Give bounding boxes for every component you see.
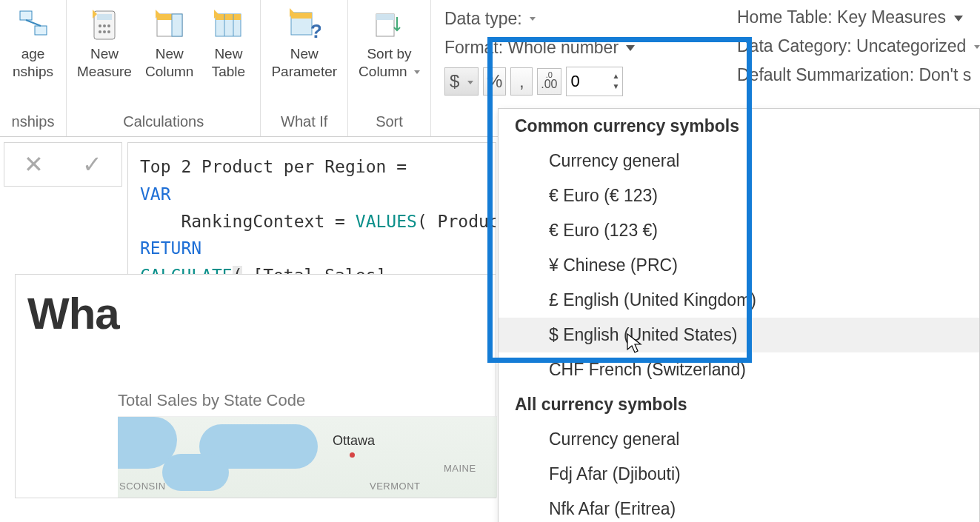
currency-option[interactable]: CHF French (Switzerland) xyxy=(499,352,979,387)
currency-option[interactable]: $ English (United States) xyxy=(499,318,979,352)
currency-option[interactable]: Fdj Afar (Djibouti) xyxy=(499,457,979,492)
sort-icon xyxy=(371,7,407,42)
svg-rect-15 xyxy=(216,14,241,20)
report-canvas[interactable]: Wha Total Sales by State Code Ottawa MAI… xyxy=(15,274,496,498)
sort-by-column-button[interactable]: Sort byColumn xyxy=(354,4,424,84)
currency-option[interactable]: Currency general xyxy=(499,144,979,178)
new-parameter-button[interactable]: ? NewParameter xyxy=(267,4,341,84)
data-category-row[interactable]: Data Category: Uncategorized xyxy=(737,36,980,56)
currency-option[interactable]: ¥ Chinese (PRC) xyxy=(499,248,979,283)
svg-rect-1 xyxy=(35,26,47,35)
dropdown-header-all: All currency symbols xyxy=(499,387,979,422)
home-table-row[interactable]: Home Table: Key Measures xyxy=(737,7,980,27)
cancel-icon[interactable]: ✕ xyxy=(24,150,44,178)
chevron-down-icon xyxy=(467,81,473,84)
chevron-down-icon xyxy=(626,45,635,51)
page-title: Wha xyxy=(16,288,496,339)
ribbon-group-whatif: ? NewParameter What If xyxy=(261,0,348,136)
spin-down[interactable]: ▼ xyxy=(610,81,623,92)
ribbon-group-sort: Sort byColumn Sort xyxy=(348,0,431,136)
manage-relationships-button[interactable]: agenships xyxy=(7,4,59,84)
chevron-down-icon xyxy=(530,17,536,21)
svg-rect-4 xyxy=(97,14,112,20)
spin-up[interactable]: ▲ xyxy=(610,71,623,81)
group-label-calculations: Calculations xyxy=(123,113,204,133)
ribbon-group-relationships: agenships nships xyxy=(0,0,67,136)
relationships-icon xyxy=(16,7,51,42)
format-label: Format: Whole number xyxy=(444,38,619,58)
ribbon-group-calculations: NewMeasure NewColumn NewTable Calculatio… xyxy=(67,0,261,136)
svg-line-2 xyxy=(26,20,41,26)
currency-option[interactable]: Currency general xyxy=(499,422,979,457)
percent-format-button[interactable]: % xyxy=(483,67,506,96)
table-icon xyxy=(210,7,246,42)
currency-option[interactable]: Nfk Afar (Eritrea) xyxy=(499,492,979,522)
currency-dropdown[interactable]: Common currency symbols Currency general… xyxy=(498,108,980,522)
svg-point-8 xyxy=(99,30,101,33)
decimal-places-input[interactable]: ▲ ▼ xyxy=(566,67,624,96)
group-label-whatif: What If xyxy=(281,113,327,133)
default-summarization-row[interactable]: Default Summarization: Don't s xyxy=(737,65,980,85)
svg-point-5 xyxy=(99,24,101,27)
thousand-sep-button[interactable]: , xyxy=(510,67,533,96)
accept-icon[interactable]: ✓ xyxy=(82,150,102,178)
currency-option[interactable]: £ English (United Kingdom) xyxy=(499,283,979,318)
table-column-icon xyxy=(152,7,187,42)
label-maine: MAINE xyxy=(444,463,476,474)
dropdown-header-common: Common currency symbols xyxy=(499,109,979,144)
svg-rect-0 xyxy=(20,11,32,20)
svg-text:?: ? xyxy=(310,20,321,41)
group-label-relationships: nships xyxy=(12,113,55,133)
svg-point-9 xyxy=(103,30,106,33)
currency-format-button[interactable]: $ xyxy=(444,67,479,96)
currency-option[interactable]: € Euro (123 €) xyxy=(499,213,979,248)
decimal-places-field[interactable] xyxy=(567,70,610,93)
chevron-down-icon xyxy=(414,70,420,74)
svg-rect-19 xyxy=(291,13,312,19)
chevron-down-icon xyxy=(974,45,980,49)
svg-point-10 xyxy=(107,30,110,33)
map-visual[interactable]: Ottawa MAINE VERMONT SCONSIN xyxy=(118,416,497,498)
datatype-label: Data type: xyxy=(444,9,522,29)
formula-bar-controls: ✕ ✓ xyxy=(4,142,122,187)
new-table-button[interactable]: NewTable xyxy=(202,4,254,84)
new-measure-button[interactable]: NewMeasure xyxy=(73,4,136,84)
calculator-icon xyxy=(87,7,122,42)
manage-relationships-top: age xyxy=(21,46,45,61)
properties-right: Home Table: Key Measures Data Category: … xyxy=(737,7,980,94)
decimal-format-button[interactable]: .0.00 xyxy=(537,68,561,95)
label-vermont: VERMONT xyxy=(370,481,421,492)
svg-rect-13 xyxy=(172,14,182,36)
chevron-down-icon xyxy=(954,16,963,21)
group-label-sort: Sort xyxy=(376,113,403,133)
manage-relationships-bottom: nships xyxy=(13,64,53,79)
svg-rect-22 xyxy=(376,14,394,20)
parameter-icon: ? xyxy=(287,7,322,42)
new-column-button[interactable]: NewColumn xyxy=(141,4,198,84)
svg-point-6 xyxy=(103,24,106,27)
label-sconsin: SCONSIN xyxy=(119,481,166,492)
svg-point-7 xyxy=(107,24,110,27)
city-ottawa: Ottawa xyxy=(333,433,375,449)
chart-title: Total Sales by State Code xyxy=(118,391,496,410)
currency-option[interactable]: € Euro (€ 123) xyxy=(499,178,979,213)
